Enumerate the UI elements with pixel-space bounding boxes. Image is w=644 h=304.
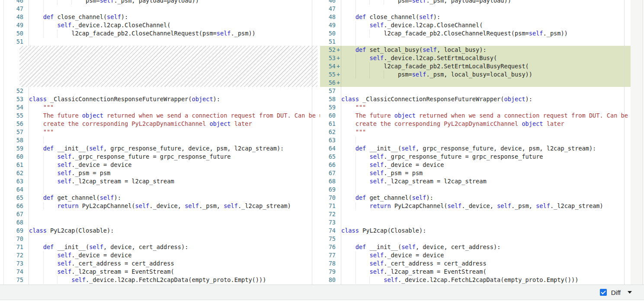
line-gutter: 53 [0, 95, 29, 103]
line-gutter: 49 [320, 21, 341, 29]
line-number: 74 [320, 227, 336, 235]
line-gutter: 55 [0, 112, 29, 120]
code-line: 50 l2cap_facade_pb2.CloseChannelRequest(… [0, 29, 320, 38]
code-text [341, 38, 631, 46]
line-gutter: 52+ [320, 46, 341, 54]
line-gutter: 50 [0, 29, 29, 38]
added-line-marker [336, 218, 341, 227]
line-gutter: 51 [0, 38, 29, 46]
added-line-marker [24, 268, 29, 276]
diff-pane-new: 46 psm=self._psm, payload=payload))4748 … [320, 0, 631, 285]
code-line-added: 56+ [320, 79, 631, 87]
line-number: 54 [320, 62, 336, 70]
code-line: 65 self._grpc_response_future = grpc_res… [320, 153, 631, 161]
code-text: class PyL2cap(Closable): [341, 227, 631, 235]
chevron-down-icon[interactable] [628, 291, 632, 294]
line-gutter: 59 [0, 144, 29, 153]
added-line-marker [24, 177, 29, 186]
scrollbar-track[interactable] [631, 0, 643, 285]
code-line: 62 self._psm = psm [0, 169, 320, 177]
added-line-marker [336, 87, 341, 95]
added-line-marker [336, 177, 341, 186]
code-line: 66 return PyL2capChannel(self._device, s… [0, 202, 320, 210]
code-line: 60 The future object returned when we se… [320, 112, 631, 120]
code-line: 63 [320, 136, 631, 144]
added-line-marker [24, 259, 29, 268]
line-gutter: 75 [320, 235, 341, 243]
line-gutter: 48 [320, 13, 341, 21]
code-text: def __init__(self, device, cert_address)… [341, 243, 631, 251]
line-number: 48 [320, 13, 336, 21]
added-line-marker [336, 235, 341, 243]
line-gutter: 50 [320, 29, 341, 38]
code-line: 60 self._grpc_response_future = grpc_res… [0, 153, 320, 161]
code-text: """ [341, 103, 631, 112]
added-line-marker [336, 29, 341, 38]
line-gutter: 72 [320, 210, 341, 218]
code-text: def get_channel(self): [341, 194, 631, 202]
added-line-marker [336, 259, 341, 268]
diff-checkbox[interactable] [600, 289, 607, 296]
added-line-marker [336, 243, 341, 251]
line-gutter: 60 [320, 112, 341, 120]
diff-view: 46 psm=self._psm, payload=payload))4748 … [0, 0, 644, 285]
line-gutter: 73 [0, 259, 29, 268]
added-line-marker [24, 136, 29, 144]
code-line: 58class _ClassicConnectionResponseFuture… [320, 95, 631, 103]
code-line: 46 psm=self._psm, payload=payload)) [320, 0, 631, 5]
code-line: 49 self._device.l2cap.CloseChannel( [320, 21, 631, 29]
line-gutter: 73 [320, 218, 341, 227]
line-number: 50 [320, 29, 336, 38]
added-line-marker [336, 38, 341, 46]
code-text [341, 79, 631, 87]
line-number: 58 [320, 95, 336, 103]
line-gutter: 58 [320, 95, 341, 103]
line-gutter: 78 [320, 259, 341, 268]
code-text: psm=self._psm, payload=payload)) [29, 0, 320, 5]
code-line: 71 return PyL2capChannel(self._device, s… [320, 202, 631, 210]
code-line: 69 [320, 186, 631, 194]
added-line-marker [24, 38, 29, 46]
code-text: class PyL2cap(Closable): [29, 227, 320, 235]
code-line: 49 self._device.l2cap.CloseChannel( [0, 21, 320, 29]
added-line-marker [24, 235, 29, 243]
added-line-marker [24, 128, 29, 136]
line-number: 73 [320, 218, 336, 227]
code-line: 48 def close_channel(self): [320, 13, 631, 21]
code-text [29, 235, 320, 243]
added-line-marker [336, 120, 341, 128]
line-gutter: 55+ [320, 70, 341, 79]
added-line-marker [24, 120, 29, 128]
line-number: 59 [320, 103, 336, 112]
added-line-marker [336, 112, 341, 120]
code-text [29, 210, 320, 218]
code-text: self._cert_address = cert_address [29, 259, 320, 268]
column-80-ruler [624, 0, 625, 285]
line-gutter: 52 [0, 87, 29, 95]
code-line: 68 self._l2cap_stream = l2cap_stream [320, 177, 631, 186]
diff-pane-old: 46 psm=self._psm, payload=payload))4748 … [0, 0, 320, 285]
code-text: def __init__(self, grpc_response_future,… [29, 144, 320, 153]
code-text: """ [29, 128, 320, 136]
line-number: 46 [320, 0, 336, 5]
code-line: 57 [320, 87, 631, 95]
line-gutter: 59 [320, 103, 341, 112]
line-number: 51 [320, 38, 336, 46]
code-line: 59 """ [320, 103, 631, 112]
line-number: 49 [320, 21, 336, 29]
added-line-marker [24, 186, 29, 194]
code-text: self._device = device [341, 251, 631, 259]
added-line-marker [24, 21, 29, 29]
line-gutter: 80 [320, 276, 341, 284]
line-gutter: 75 [0, 276, 29, 284]
code-line: 55 The future object returned when we se… [0, 112, 320, 120]
code-text: return PyL2capChannel(self._device, self… [29, 202, 320, 210]
code-line: 47 [320, 5, 631, 13]
line-number: 72 [320, 210, 336, 218]
line-number: 63 [320, 136, 336, 144]
line-gutter: 74 [320, 227, 341, 235]
added-line-marker [24, 144, 29, 153]
code-text: self._psm = psm [341, 169, 631, 177]
line-gutter: 60 [0, 153, 29, 161]
added-line-marker [24, 194, 29, 202]
